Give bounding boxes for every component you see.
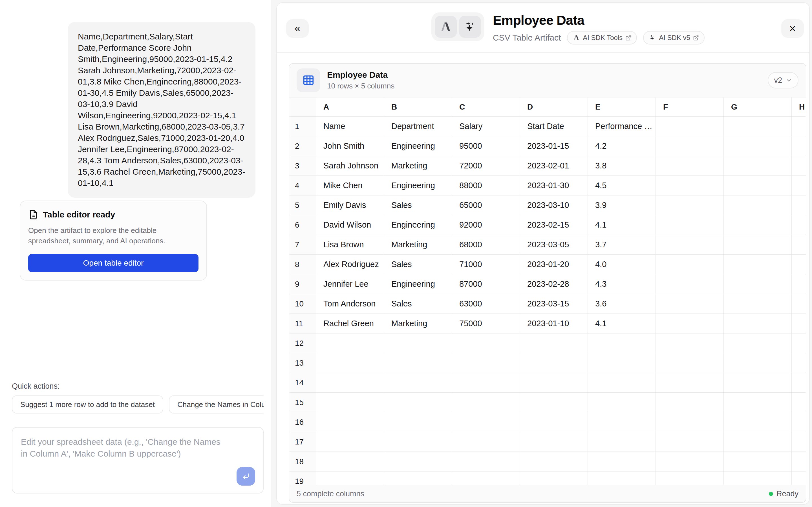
cell-F1[interactable] (656, 117, 724, 136)
cell-B8[interactable]: Sales (384, 255, 452, 274)
badge-ai-sdk-tools[interactable]: AI SDK Tools (567, 31, 637, 45)
cell-F19[interactable] (656, 471, 724, 485)
cell-H1[interactable] (792, 117, 806, 136)
row-number-13[interactable]: 13 (289, 353, 316, 373)
cell-C4[interactable]: 88000 (452, 176, 520, 195)
cell-F12[interactable] (656, 334, 724, 353)
cell-A10[interactable]: Tom Anderson (316, 294, 384, 314)
cell-A19[interactable] (316, 471, 384, 485)
cell-D5[interactable]: 2023-03-10 (520, 195, 588, 215)
composer-input[interactable] (12, 428, 263, 493)
cell-E18[interactable] (588, 452, 656, 471)
cell-A6[interactable]: David Wilson (316, 215, 384, 235)
cell-D4[interactable]: 2023-01-30 (520, 176, 588, 195)
cell-H3[interactable] (792, 156, 806, 176)
cell-C8[interactable]: 71000 (452, 255, 520, 274)
cell-G14[interactable] (724, 373, 792, 393)
cell-B12[interactable] (384, 334, 452, 353)
cell-G5[interactable] (724, 195, 792, 215)
cell-E11[interactable]: 4.1 (588, 314, 656, 334)
cell-A2[interactable]: John Smith (316, 136, 384, 156)
cell-E12[interactable] (588, 334, 656, 353)
cell-C18[interactable] (452, 452, 520, 471)
quick-action-suggest-row-button[interactable]: Suggest 1 more row to add to the dataset (12, 395, 163, 413)
cell-B19[interactable] (384, 471, 452, 485)
cell-C1[interactable]: Salary (452, 117, 520, 136)
cell-H4[interactable] (792, 176, 806, 195)
cell-A4[interactable]: Mike Chen (316, 176, 384, 195)
cell-C17[interactable] (452, 432, 520, 452)
cell-A1[interactable]: Name (316, 117, 384, 136)
cell-D2[interactable]: 2023-01-15 (520, 136, 588, 156)
cell-E1[interactable]: Performance Score (588, 117, 656, 136)
cell-C15[interactable] (452, 393, 520, 412)
cell-G8[interactable] (724, 255, 792, 274)
row-number-11[interactable]: 11 (289, 314, 316, 334)
cell-G4[interactable] (724, 176, 792, 195)
cell-D19[interactable] (520, 471, 588, 485)
cell-F4[interactable] (656, 176, 724, 195)
cell-B6[interactable]: Engineering (384, 215, 452, 235)
cell-A11[interactable]: Rachel Green (316, 314, 384, 334)
cell-G17[interactable] (724, 432, 792, 452)
cell-C7[interactable]: 68000 (452, 235, 520, 255)
cell-H19[interactable] (792, 471, 806, 485)
cell-H2[interactable] (792, 136, 806, 156)
cell-F16[interactable] (656, 412, 724, 432)
row-number-19[interactable]: 19 (289, 471, 316, 485)
cell-F7[interactable] (656, 235, 724, 255)
open-table-editor-button[interactable]: Open table editor (28, 254, 199, 272)
cell-F8[interactable] (656, 255, 724, 274)
cell-C16[interactable] (452, 412, 520, 432)
cell-F6[interactable] (656, 215, 724, 235)
cell-G13[interactable] (724, 353, 792, 373)
cell-E17[interactable] (588, 432, 656, 452)
cell-D7[interactable]: 2023-03-05 (520, 235, 588, 255)
cell-B5[interactable]: Sales (384, 195, 452, 215)
cell-B11[interactable]: Marketing (384, 314, 452, 334)
cell-H7[interactable] (792, 235, 806, 255)
column-header-H[interactable]: H (792, 98, 806, 117)
cell-E6[interactable]: 4.1 (588, 215, 656, 235)
row-number-9[interactable]: 9 (289, 274, 316, 294)
column-header-G[interactable]: G (724, 98, 792, 117)
cell-F14[interactable] (656, 373, 724, 393)
cell-B9[interactable]: Engineering (384, 274, 452, 294)
column-header-A[interactable]: A (316, 98, 384, 117)
cell-H5[interactable] (792, 195, 806, 215)
cell-C9[interactable]: 87000 (452, 274, 520, 294)
cell-G10[interactable] (724, 294, 792, 314)
cell-D11[interactable]: 2023-01-10 (520, 314, 588, 334)
cell-E16[interactable] (588, 412, 656, 432)
row-number-3[interactable]: 3 (289, 156, 316, 176)
cell-A14[interactable] (316, 373, 384, 393)
cell-B18[interactable] (384, 452, 452, 471)
cell-H16[interactable] (792, 412, 806, 432)
cell-F17[interactable] (656, 432, 724, 452)
cell-A15[interactable] (316, 393, 384, 412)
cell-D18[interactable] (520, 452, 588, 471)
cell-F18[interactable] (656, 452, 724, 471)
cell-E5[interactable]: 3.9 (588, 195, 656, 215)
row-number-10[interactable]: 10 (289, 294, 316, 314)
version-select[interactable]: v2 (768, 72, 799, 89)
cell-E7[interactable]: 3.7 (588, 235, 656, 255)
row-number-2[interactable]: 2 (289, 136, 316, 156)
cell-D14[interactable] (520, 373, 588, 393)
cell-E15[interactable] (588, 393, 656, 412)
cell-G6[interactable] (724, 215, 792, 235)
cell-D3[interactable]: 2023-02-01 (520, 156, 588, 176)
cell-D15[interactable] (520, 393, 588, 412)
cell-C19[interactable] (452, 471, 520, 485)
row-number-15[interactable]: 15 (289, 393, 316, 412)
cell-B15[interactable] (384, 393, 452, 412)
cell-G7[interactable] (724, 235, 792, 255)
column-header-E[interactable]: E (588, 98, 656, 117)
cell-E13[interactable] (588, 353, 656, 373)
row-number-16[interactable]: 16 (289, 412, 316, 432)
cell-D6[interactable]: 2023-02-15 (520, 215, 588, 235)
cell-F2[interactable] (656, 136, 724, 156)
column-header-B[interactable]: B (384, 98, 452, 117)
cell-E8[interactable]: 4.0 (588, 255, 656, 274)
grid-corner-cell[interactable] (289, 98, 316, 117)
